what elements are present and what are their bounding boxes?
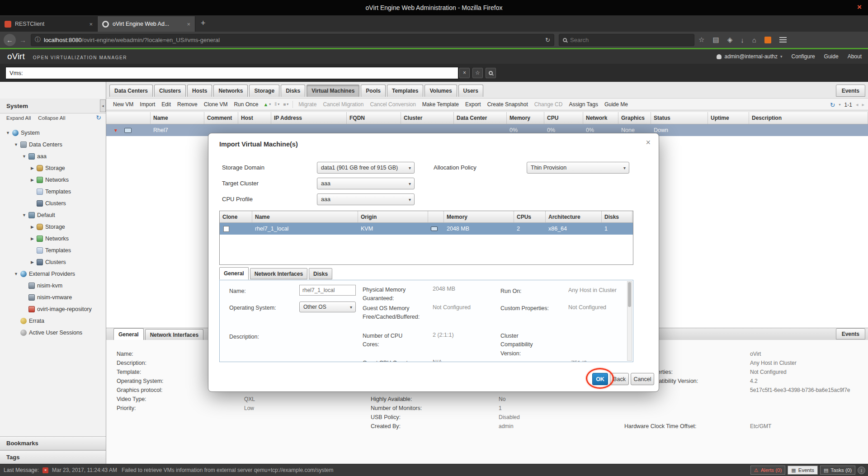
column-fqdn[interactable]: FQDN: [347, 112, 401, 124]
tab-events-top[interactable]: Events: [836, 85, 865, 97]
column-network[interactable]: Network: [583, 112, 618, 124]
tree-refresh-icon[interactable]: ↻: [96, 114, 101, 121]
tree-item-data-centers[interactable]: ▼Data Centers: [0, 139, 106, 151]
tab-pools[interactable]: Pools: [361, 85, 386, 97]
browser-search[interactable]: [559, 34, 694, 46]
share-icon[interactable]: ◈: [727, 36, 733, 44]
column-name[interactable]: Name: [151, 112, 204, 124]
scrollbar-thumb[interactable]: [628, 282, 631, 307]
remove-button[interactable]: Remove: [174, 101, 201, 108]
tree-item-ovirt-image-repository[interactable]: ovirt-image-repository: [0, 303, 106, 315]
tree-item-aaa-storage[interactable]: ▶Storage: [0, 162, 106, 174]
column-description[interactable]: Description: [749, 112, 868, 124]
bookmarks-section[interactable]: Bookmarks: [0, 436, 106, 450]
guide-me-button[interactable]: Guide Me: [601, 101, 631, 108]
site-info-icon[interactable]: ⓘ: [35, 36, 41, 44]
expander-icon[interactable]: ▼: [13, 142, 19, 147]
os-select[interactable]: Other OS: [299, 302, 356, 312]
detail-tab-events[interactable]: Events: [836, 328, 865, 339]
dialog-tab-disks[interactable]: Disks: [309, 268, 332, 279]
alerts-button[interactable]: ⚠Alerts (0): [750, 466, 786, 475]
tab-hosts[interactable]: Hosts: [187, 85, 212, 97]
vm-name-input[interactable]: [299, 285, 356, 296]
expand-all-link[interactable]: Expand All: [6, 115, 31, 121]
search-clear-icon[interactable]: ×: [459, 68, 470, 78]
dialog-tab-network-interfaces[interactable]: Network Interfaces: [250, 268, 307, 279]
forward-icon[interactable]: →: [19, 36, 26, 44]
column-host[interactable]: Host: [238, 112, 271, 124]
configure-link[interactable]: Configure: [792, 53, 815, 60]
expander-icon[interactable]: ▶: [29, 260, 36, 264]
import-vm-row[interactable]: rhel7_1_local KVM 2048 MB 2 x86_64 1: [220, 223, 633, 235]
column-cpu[interactable]: CPU: [544, 112, 583, 124]
about-link[interactable]: About: [848, 53, 862, 60]
statusbar-toggle-icon[interactable]: ↕: [858, 467, 865, 474]
browser-tab-restclient[interactable]: RESTClient ×: [0, 16, 98, 32]
tree-item-datacenter-default[interactable]: ▼Default: [0, 209, 106, 221]
tasks-button[interactable]: ▤Tasks (0): [820, 466, 855, 475]
detail-tab-network-interfaces[interactable]: Network Interfaces: [145, 329, 203, 340]
back-button[interactable]: Back: [610, 373, 629, 385]
panel-scrollbar[interactable]: [627, 281, 632, 361]
expander-icon[interactable]: ▶: [29, 225, 36, 229]
search-bookmark-icon[interactable]: ☆: [472, 68, 483, 78]
column-uptime[interactable]: Uptime: [708, 112, 749, 124]
browser-tab-ovirt[interactable]: oVirt Engine Web Ad... ×: [98, 16, 195, 32]
window-close-icon[interactable]: ×: [857, 3, 862, 12]
tree-item-external-providers[interactable]: ▼External Providers: [0, 268, 106, 280]
make-template-button[interactable]: Make Template: [419, 101, 462, 108]
target-cluster-select[interactable]: aaa: [317, 178, 415, 189]
sidebar-collapse-icon[interactable]: ◂: [100, 99, 106, 112]
tab-clusters[interactable]: Clusters: [154, 85, 186, 97]
guide-link[interactable]: Guide: [824, 53, 839, 60]
expander-icon[interactable]: ▼: [5, 131, 11, 135]
tree-item-aaa-templates[interactable]: Templates: [0, 186, 106, 198]
tree-item-active-user-sessions[interactable]: Active User Sessions: [0, 327, 106, 339]
cancel-button[interactable]: Cancel: [631, 373, 654, 385]
tree-item-default-templates[interactable]: Templates: [0, 245, 106, 256]
assign-tags-button[interactable]: Assign Tags: [566, 101, 601, 108]
detail-tab-general[interactable]: General: [113, 328, 144, 340]
tab-templates[interactable]: Templates: [387, 85, 423, 97]
expander-icon[interactable]: ▼: [21, 213, 28, 217]
tree-item-nisim-kvm[interactable]: nisim-kvm: [0, 280, 106, 292]
vm-search-input[interactable]: [5, 67, 458, 79]
tree-item-datacenter-aaa[interactable]: ▼aaa: [0, 151, 106, 162]
chevron-down-icon[interactable]: ▾: [839, 103, 841, 107]
prev-page-icon[interactable]: ◂: [856, 102, 859, 108]
tree-item-aaa-networks[interactable]: ▶Networks: [0, 174, 106, 186]
column-memory[interactable]: Memory: [507, 112, 544, 124]
next-page-icon[interactable]: ▸: [862, 102, 864, 108]
tree-item-default-clusters[interactable]: ▶Clusters: [0, 256, 106, 268]
tab-storage[interactable]: Storage: [249, 85, 279, 97]
downloads-icon[interactable]: ↓: [741, 36, 744, 44]
menu-icon[interactable]: [779, 37, 787, 42]
tab-networks[interactable]: Networks: [213, 85, 248, 97]
tree-item-nisim-vmware[interactable]: nisim-vmware: [0, 292, 106, 303]
back-icon[interactable]: ←: [4, 34, 16, 46]
run-once-button[interactable]: Run Once: [231, 101, 261, 108]
tab-users[interactable]: Users: [458, 85, 483, 97]
dialog-tab-general[interactable]: General: [219, 267, 249, 280]
column-ip[interactable]: IP Address: [271, 112, 347, 124]
column-graphics[interactable]: Graphics: [618, 112, 651, 124]
bookmarks-menu-icon[interactable]: ▤: [712, 36, 719, 44]
search-go-button[interactable]: [486, 68, 496, 78]
browser-search-input[interactable]: [570, 37, 679, 43]
column-comment[interactable]: Comment: [204, 112, 238, 124]
tree-item-system[interactable]: ▼System: [0, 127, 106, 139]
tab-close-icon[interactable]: ×: [187, 21, 190, 28]
dialog-close-icon[interactable]: ×: [646, 138, 651, 147]
tab-close-icon[interactable]: ×: [89, 21, 93, 28]
export-button[interactable]: Export: [462, 101, 484, 108]
clone-checkbox[interactable]: [223, 226, 229, 232]
allocation-policy-select[interactable]: Thin Provision: [527, 162, 629, 174]
tree-item-default-networks[interactable]: ▶Networks: [0, 233, 106, 245]
reload-icon[interactable]: ↻: [545, 37, 550, 43]
run-button[interactable]: ▲▾: [263, 102, 271, 107]
ok-button[interactable]: OK: [592, 373, 608, 385]
edit-button[interactable]: Edit: [158, 101, 174, 108]
tab-volumes[interactable]: Volumes: [425, 85, 457, 97]
expander-icon[interactable]: ▶: [29, 166, 36, 170]
storage-domain-select[interactable]: data1 (901 GB free of 915 GB): [317, 162, 415, 174]
